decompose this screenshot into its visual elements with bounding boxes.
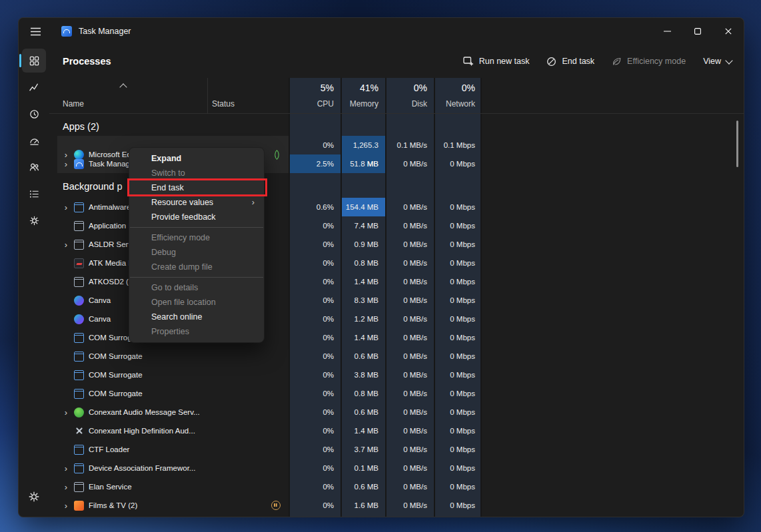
sidebar-item-processes[interactable] (22, 49, 46, 73)
title-bar: Task Manager (19, 18, 744, 45)
task-manager-window: Task Manager (18, 17, 744, 517)
network-cell: 0 Mbps (434, 198, 482, 216)
disk-cell: 0 MB/s (385, 366, 434, 384)
status-cell (207, 384, 289, 403)
chevron-right-icon[interactable]: › (63, 240, 69, 250)
process-icon (74, 333, 84, 343)
memory-cell: 0.8 MB (341, 384, 385, 403)
menu-item-resource-values[interactable]: Resource values › (129, 195, 264, 210)
memory-cell: 1.6 MB (341, 496, 385, 515)
menu-item-label: Resource values (151, 198, 213, 207)
process-name: COM Surrogate (89, 371, 143, 379)
group-header-apps[interactable]: Apps (2) (49, 117, 744, 136)
status-cell (207, 459, 289, 477)
sidebar-item-details[interactable] (22, 182, 46, 206)
view-dropdown[interactable]: View (703, 57, 732, 66)
sidebar-item-performance[interactable] (22, 75, 46, 99)
cpu-cell: 0% (289, 347, 341, 366)
cpu-cell: 0% (289, 403, 341, 421)
chevron-right-icon[interactable]: › (63, 482, 69, 492)
process-name: Device Association Framewor... (89, 464, 195, 472)
sidebar-item-settings[interactable] (22, 485, 46, 509)
sidebar-item-app-history[interactable] (22, 102, 46, 126)
menu-item-debug: Debug (129, 245, 264, 260)
memory-cell: 1.4 MB (341, 328, 385, 347)
process-icon (74, 258, 84, 268)
menu-item-end-task[interactable]: End task (129, 180, 264, 195)
network-cell: 0 Mbps (434, 459, 482, 477)
table-row[interactable]: › Conexant Audio Message Serv... 0% 0.6 … (49, 403, 744, 421)
minimize-button[interactable] (652, 18, 682, 45)
submenu-arrow-icon: › (252, 195, 255, 210)
status-cell (207, 347, 289, 366)
list-icon (29, 188, 40, 200)
process-name: Conexant Audio Message Serv... (89, 408, 200, 416)
process-icon (74, 482, 84, 492)
menu-item-provide-feedback[interactable]: Provide feedback (129, 210, 264, 224)
process-icon (74, 352, 84, 362)
sidebar-item-services[interactable] (22, 208, 46, 232)
chevron-right-icon[interactable]: › (63, 202, 69, 212)
efficiency-mode-button: Efficiency mode (612, 57, 686, 67)
menu-separator (130, 227, 263, 228)
cpu-cell: 0.6% (289, 198, 341, 216)
maximize-button[interactable] (682, 18, 713, 45)
memory-cell: 154.4 MB (341, 198, 385, 216)
column-header-disk[interactable]: 0% Disk (385, 78, 434, 113)
process-icon (74, 296, 84, 306)
menu-item-search-online[interactable]: Search online (129, 310, 264, 324)
column-header-status[interactable]: Status (207, 78, 289, 113)
navigation-menu-button[interactable] (23, 21, 48, 42)
process-icon (74, 463, 84, 473)
chevron-right-icon[interactable]: › (63, 463, 69, 473)
view-label: View (703, 57, 721, 66)
chevron-right-icon[interactable]: › (63, 501, 69, 511)
menu-item-expand[interactable]: Expand (129, 151, 264, 166)
status-cell (207, 477, 289, 496)
table-row[interactable]: › Device Association Framewor... 0% 0.1 … (49, 459, 744, 477)
chevron-right-icon[interactable]: › (63, 407, 69, 417)
disk-cell: 0 MB/s (385, 440, 434, 459)
column-header-memory[interactable]: 41% Memory (341, 78, 385, 113)
efficiency-mode-label: Efficiency mode (627, 57, 686, 66)
minimize-icon (664, 31, 671, 32)
cpu-cell: 0% (289, 254, 341, 272)
page-title: Processes (63, 56, 111, 67)
disk-cell: 0 MB/s (385, 216, 434, 235)
cpu-cell: 0% (289, 272, 341, 291)
cpu-cell: 0% (289, 440, 341, 459)
cpu-cell: 0% (289, 328, 341, 347)
name-cell: CTF Loader (57, 440, 207, 459)
column-header-network[interactable]: 0% Network (434, 78, 482, 113)
history-clock-icon (29, 109, 40, 120)
table-row[interactable]: Conexant High Definition Aud... 0% 1.4 M… (49, 421, 744, 440)
cpu-cell: 2.5% (289, 154, 341, 173)
process-icon (74, 445, 84, 455)
table-row[interactable]: COM Surrogate 0% 3.8 MB 0 MB/s 0 Mbps (49, 366, 744, 384)
network-cell: 0 Mbps (434, 347, 482, 366)
column-header-name[interactable]: Name (57, 78, 207, 113)
vertical-scrollbar-thumb[interactable] (736, 121, 738, 167)
end-task-icon (546, 57, 556, 67)
sidebar-item-startup-apps[interactable] (22, 129, 46, 152)
close-button[interactable] (713, 18, 744, 45)
table-row[interactable]: COM Surrogate 0% 0.6 MB 0 MB/s 0 Mbps (49, 347, 744, 366)
sidebar (19, 45, 49, 517)
process-icon (74, 221, 84, 231)
table-row[interactable]: › Films & TV (2) 0% 1.6 MB 0 MB/s 0 Mbps (49, 496, 744, 515)
chevron-right-icon[interactable]: › (63, 159, 69, 169)
table-row[interactable]: CTF Loader 0% 3.7 MB 0 MB/s 0 Mbps (49, 440, 744, 459)
disk-cell: 0 MB/s (385, 459, 434, 477)
process-icon (74, 501, 84, 511)
end-task-button[interactable]: End task (546, 57, 594, 67)
cpu-cell: 0% (289, 235, 341, 254)
table-row[interactable]: › Elan Service 0% 0.6 MB 0 MB/s 0 Mbps (49, 477, 744, 496)
run-new-task-button[interactable]: Run new task (463, 56, 530, 67)
disk-cell: 0 MB/s (385, 310, 434, 328)
process-icon (74, 159, 84, 169)
network-cell: 0 Mbps (434, 154, 482, 173)
column-header-cpu[interactable]: 5% CPU (289, 78, 341, 113)
disk-cell: 0 MB/s (385, 384, 434, 403)
sidebar-item-users[interactable] (22, 155, 46, 179)
table-row[interactable]: COM Surrogate 0% 0.8 MB 0 MB/s 0 Mbps (49, 384, 744, 403)
